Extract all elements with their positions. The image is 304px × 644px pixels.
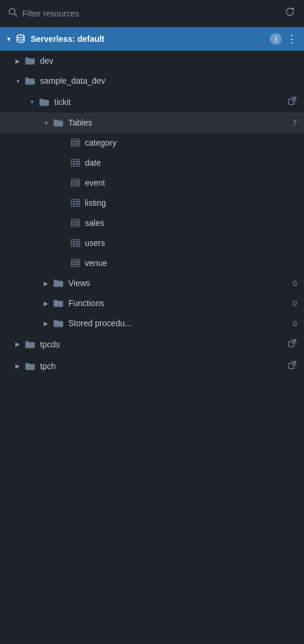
tables-chevron-icon: ▾ bbox=[42, 120, 49, 126]
tree-item-tpch[interactable]: ▶ tpch bbox=[0, 355, 304, 377]
tpch-folder-icon bbox=[25, 362, 35, 370]
tpch-label: tpch bbox=[40, 362, 284, 371]
tree-item-tables[interactable]: ▾ Tables 7 bbox=[0, 113, 304, 133]
tree-item-users[interactable]: users bbox=[0, 233, 304, 253]
views-chevron-icon: ▶ bbox=[42, 280, 49, 287]
tables-label: Tables bbox=[68, 118, 288, 127]
functions-count: 0 bbox=[293, 299, 297, 308]
svg-rect-25 bbox=[71, 219, 80, 226]
search-left: Filter resources bbox=[8, 8, 284, 19]
tickit-folder-icon bbox=[39, 98, 49, 106]
users-label: users bbox=[85, 238, 297, 248]
svg-rect-15 bbox=[71, 179, 80, 186]
refresh-icon[interactable] bbox=[284, 6, 296, 21]
functions-chevron-icon: ▶ bbox=[42, 300, 49, 307]
views-label: Views bbox=[68, 278, 288, 288]
svg-line-1 bbox=[15, 14, 17, 16]
tree-item-listing[interactable]: listing bbox=[0, 193, 304, 213]
svg-rect-20 bbox=[71, 199, 80, 206]
sample-data-dev-label: sample_data_dev bbox=[40, 76, 297, 86]
tickit-chevron-icon: ▾ bbox=[28, 98, 35, 105]
search-icon bbox=[8, 8, 18, 19]
serverless-chevron-icon: ▾ bbox=[7, 35, 11, 43]
stored-procedures-count: 0 bbox=[293, 319, 297, 328]
tree-item-sample-data-dev[interactable]: ▾ sample_data_dev bbox=[0, 71, 304, 91]
date-label: date bbox=[85, 158, 297, 167]
svg-rect-35 bbox=[71, 259, 80, 267]
tree-item-venue[interactable]: venue bbox=[0, 253, 304, 273]
tree-item-event[interactable]: event bbox=[0, 173, 304, 193]
sales-table-icon bbox=[71, 219, 80, 227]
tables-folder-icon bbox=[53, 119, 64, 127]
svg-point-2 bbox=[17, 35, 24, 38]
serverless-actions: i ⋮ bbox=[270, 33, 297, 45]
more-button[interactable]: ⋮ bbox=[286, 34, 297, 44]
tree-item-tpcds[interactable]: ▶ tpcds bbox=[0, 333, 304, 355]
sales-label: sales bbox=[85, 218, 297, 228]
serverless-db-icon bbox=[15, 34, 26, 44]
tree-item-dev[interactable]: ▶ dev bbox=[0, 51, 304, 71]
tree-item-date[interactable]: date bbox=[0, 153, 304, 173]
date-table-icon bbox=[71, 159, 80, 167]
event-table-icon bbox=[71, 179, 80, 187]
sample-data-dev-folder-icon bbox=[25, 77, 35, 85]
tickit-external-link-icon bbox=[288, 96, 297, 107]
stored-procedures-chevron-icon: ▶ bbox=[42, 320, 49, 327]
tree-item-tickit[interactable]: ▾ tickit bbox=[0, 91, 304, 113]
tree-item-stored-procedures[interactable]: ▶ Stored procedu... 0 bbox=[0, 313, 304, 333]
search-placeholder: Filter resources bbox=[22, 9, 79, 18]
dev-folder-icon bbox=[25, 57, 35, 65]
venue-table-icon bbox=[71, 259, 80, 267]
venue-label: venue bbox=[85, 258, 297, 268]
functions-label: Functions bbox=[68, 298, 288, 308]
tpch-external-link-icon bbox=[288, 360, 297, 372]
tpcds-external-link-icon bbox=[288, 339, 297, 350]
search-bar: Filter resources bbox=[0, 0, 304, 27]
serverless-header[interactable]: ▾ Serverless: default i ⋮ bbox=[0, 27, 304, 51]
tpcds-label: tpcds bbox=[40, 340, 284, 349]
sample-data-dev-chevron-icon: ▾ bbox=[14, 78, 21, 84]
svg-rect-30 bbox=[71, 239, 80, 247]
tickit-label: tickit bbox=[54, 97, 284, 107]
event-label: event bbox=[85, 178, 297, 188]
tree-item-sales[interactable]: sales bbox=[0, 213, 304, 233]
views-folder-icon bbox=[53, 279, 64, 287]
dev-chevron-icon: ▶ bbox=[14, 58, 21, 64]
tpcds-chevron-icon: ▶ bbox=[14, 341, 21, 347]
users-table-icon bbox=[71, 239, 80, 247]
tree-item-views[interactable]: ▶ Views 0 bbox=[0, 273, 304, 293]
serverless-title: Serverless: default bbox=[31, 34, 270, 44]
tables-count: 7 bbox=[293, 119, 297, 127]
svg-rect-10 bbox=[71, 159, 80, 166]
tree-item-category[interactable]: category bbox=[0, 133, 304, 153]
tpcds-folder-icon bbox=[25, 340, 35, 349]
stored-procedures-folder-icon bbox=[53, 319, 64, 327]
category-table-icon bbox=[71, 139, 80, 147]
dev-label: dev bbox=[40, 56, 297, 65]
tpch-chevron-icon: ▶ bbox=[14, 363, 21, 369]
stored-procedures-label: Stored procedu... bbox=[68, 318, 288, 328]
category-label: category bbox=[85, 138, 297, 147]
listing-label: listing bbox=[85, 198, 297, 208]
tree-item-functions[interactable]: ▶ Functions 0 bbox=[0, 293, 304, 313]
svg-rect-5 bbox=[71, 139, 80, 146]
views-count: 0 bbox=[293, 279, 297, 288]
functions-folder-icon bbox=[53, 299, 64, 307]
listing-table-icon bbox=[71, 199, 80, 207]
info-button[interactable]: i bbox=[270, 33, 282, 45]
